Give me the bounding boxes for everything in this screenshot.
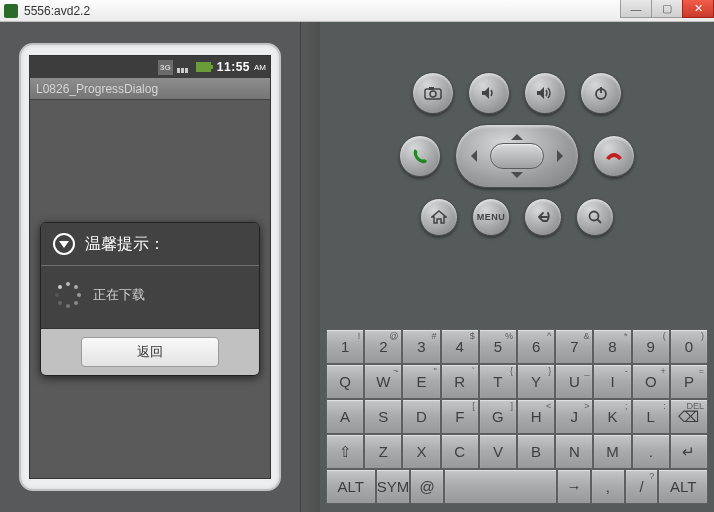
key-J[interactable]: >J [555, 399, 593, 434]
window-title: 5556:avd2.2 [24, 4, 90, 18]
svg-rect-2 [429, 87, 434, 90]
window-controls: — ▢ ✕ [621, 0, 714, 18]
dpad-center-button[interactable] [490, 143, 544, 169]
key-Y[interactable]: }Y [517, 364, 555, 399]
phone-panel: 3G 11:55 AM L0826_ProgressDialog 温馨提示： [0, 22, 300, 512]
key-ALT[interactable]: ALT [326, 469, 376, 504]
key-2[interactable]: @2 [364, 329, 402, 364]
progress-dialog: 温馨提示： 正在下载 [40, 222, 260, 376]
panel-divider [300, 22, 320, 512]
keyboard-row: ALTSYM@→,?/ALT [326, 469, 708, 504]
signal-icon [177, 60, 192, 75]
key-A[interactable]: A [326, 399, 364, 434]
key-X[interactable]: X [402, 434, 440, 469]
close-button[interactable]: ✕ [682, 0, 714, 18]
key-U[interactable]: _U [555, 364, 593, 399]
key-7[interactable]: &7 [555, 329, 593, 364]
key-T[interactable]: {T [479, 364, 517, 399]
phone-screen: 3G 11:55 AM L0826_ProgressDialog 温馨提示： [29, 55, 271, 479]
clock-ampm: AM [254, 63, 266, 72]
key-9[interactable]: (9 [632, 329, 670, 364]
key-↵[interactable]: ↵ [670, 434, 708, 469]
key-W[interactable]: ~W [364, 364, 402, 399]
battery-icon [196, 60, 211, 75]
app-title-bar: L0826_ProgressDialog [30, 78, 270, 100]
key-8[interactable]: *8 [593, 329, 631, 364]
app-icon [4, 4, 18, 18]
key-B[interactable]: B [517, 434, 555, 469]
search-button[interactable] [576, 198, 614, 236]
key-DEL[interactable]: DEL⌫ [670, 399, 708, 434]
key-ALT[interactable]: ALT [658, 469, 708, 504]
key-H[interactable]: <H [517, 399, 555, 434]
key-6[interactable]: ^6 [517, 329, 555, 364]
maximize-button[interactable]: ▢ [651, 0, 683, 18]
phone-frame: 3G 11:55 AM L0826_ProgressDialog 温馨提示： [19, 43, 281, 491]
keyboard-row: ⇧ZXCVBNM.↵ [326, 434, 708, 469]
dpad [455, 124, 579, 188]
keyboard-row: Q~W"E`R{T}Y_U-I+O=P [326, 364, 708, 399]
key-I[interactable]: -I [593, 364, 631, 399]
volume-down-button[interactable] [468, 72, 510, 114]
key-R[interactable]: `R [441, 364, 479, 399]
key-M[interactable]: M [593, 434, 631, 469]
key-.[interactable]: . [632, 434, 670, 469]
network-3g-icon: 3G [158, 60, 173, 75]
camera-button[interactable] [412, 72, 454, 114]
key-⇧[interactable]: ⇧ [326, 434, 364, 469]
key-4[interactable]: $4 [441, 329, 479, 364]
key-→[interactable]: → [557, 469, 591, 504]
key-space[interactable] [444, 469, 557, 504]
key-SYM[interactable]: SYM [376, 469, 411, 504]
dialog-header: 温馨提示： [41, 223, 259, 266]
key-Z[interactable]: Z [364, 434, 402, 469]
window-titlebar: 5556:avd2.2 — ▢ ✕ [0, 0, 714, 22]
call-button[interactable] [399, 135, 441, 177]
svg-line-6 [598, 220, 602, 224]
key-F[interactable]: [F [441, 399, 479, 434]
key-K[interactable]: ;K [593, 399, 631, 434]
dpad-left-button[interactable] [465, 150, 477, 162]
key-5[interactable]: %5 [479, 329, 517, 364]
key-D[interactable]: D [402, 399, 440, 434]
home-button[interactable] [420, 198, 458, 236]
key-/[interactable]: ?/ [625, 469, 659, 504]
key-S[interactable]: S [364, 399, 402, 434]
volume-up-button[interactable] [524, 72, 566, 114]
hardware-buttons: MENU [326, 72, 708, 236]
dpad-up-button[interactable] [511, 128, 523, 140]
dialog-back-button[interactable]: 返回 [81, 337, 219, 367]
svg-point-5 [590, 212, 599, 221]
minimize-button[interactable]: — [620, 0, 652, 18]
key-V[interactable]: V [479, 434, 517, 469]
dialog-title: 温馨提示： [85, 234, 165, 255]
key-1[interactable]: !1 [326, 329, 364, 364]
virtual-keyboard: !1@2#3$4%5^6&7*8(9)0Q~W"E`R{T}Y_U-I+O=PA… [326, 329, 708, 504]
back-button[interactable] [524, 198, 562, 236]
dialog-icon [53, 233, 75, 255]
clock-text: 11:55 [215, 60, 250, 74]
loading-spinner-icon [55, 282, 81, 308]
menu-button[interactable]: MENU [472, 198, 510, 236]
controls-panel: MENU !1@2#3$4%5^6&7*8(9)0Q~W"E`R{T}Y_U-I… [320, 22, 714, 512]
key-0[interactable]: )0 [670, 329, 708, 364]
svg-point-1 [430, 91, 436, 97]
key-,[interactable]: , [591, 469, 625, 504]
status-bar: 3G 11:55 AM [30, 56, 270, 78]
key-3[interactable]: #3 [402, 329, 440, 364]
dpad-right-button[interactable] [557, 150, 569, 162]
key-L[interactable]: :L [632, 399, 670, 434]
key-N[interactable]: N [555, 434, 593, 469]
key-G[interactable]: ]G [479, 399, 517, 434]
end-call-button[interactable] [593, 135, 635, 177]
key-C[interactable]: C [441, 434, 479, 469]
key-P[interactable]: =P [670, 364, 708, 399]
key-@[interactable]: @ [410, 469, 444, 504]
key-O[interactable]: +O [632, 364, 670, 399]
key-Q[interactable]: Q [326, 364, 364, 399]
dialog-body: 正在下载 [41, 266, 259, 329]
dpad-down-button[interactable] [511, 172, 523, 184]
dialog-footer: 返回 [41, 329, 259, 375]
key-E[interactable]: "E [402, 364, 440, 399]
power-button[interactable] [580, 72, 622, 114]
